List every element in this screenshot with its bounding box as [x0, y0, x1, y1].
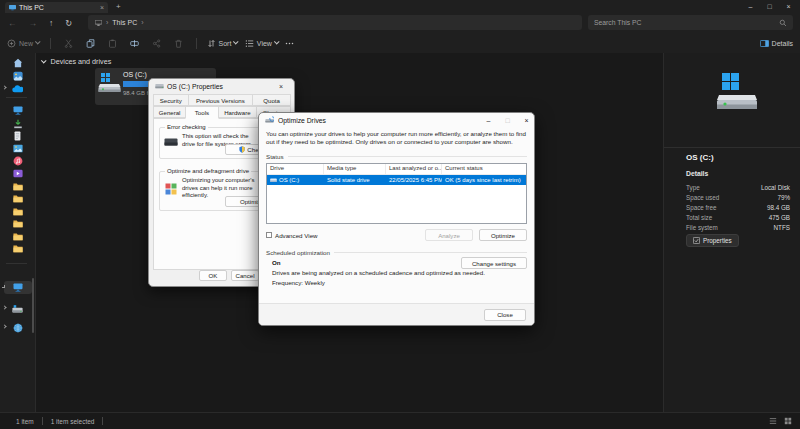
- tab-previous-versions[interactable]: Previous Versions: [188, 94, 254, 106]
- dialog-close-button[interactable]: ×: [274, 83, 288, 90]
- cut-button[interactable]: [61, 36, 76, 51]
- document-icon: [13, 131, 22, 141]
- properties-dialog-title: OS (C:) Properties: [167, 83, 271, 90]
- sidebar-scrollbar[interactable]: [32, 278, 34, 333]
- folder-icon: [13, 182, 23, 191]
- sidebar-item-onedrive[interactable]: [0, 83, 35, 94]
- properties-button[interactable]: Properties: [686, 234, 739, 247]
- details-toggle-button[interactable]: Details: [760, 33, 793, 53]
- forward-button[interactable]: →: [29, 18, 38, 28]
- column-header-drive[interactable]: Drive: [267, 164, 324, 174]
- sidebar-folder-5[interactable]: [0, 231, 35, 242]
- detail-value: NTFS: [774, 224, 790, 231]
- sidebar-item-music[interactable]: [0, 155, 35, 166]
- sidebar-folder-3[interactable]: [0, 206, 35, 217]
- paste-button[interactable]: [105, 36, 120, 51]
- rename-button[interactable]: [127, 36, 142, 51]
- sidebar-item-home[interactable]: [0, 57, 35, 68]
- minimize-button[interactable]: –: [741, 0, 760, 13]
- explorer-tab[interactable]: This PC ×: [5, 2, 108, 13]
- sidebar-item-documents[interactable]: [0, 130, 35, 141]
- ok-button[interactable]: OK: [199, 270, 227, 281]
- tab-hardware[interactable]: Hardware: [218, 106, 258, 118]
- dialog-minimize-button[interactable]: –: [481, 113, 496, 128]
- refresh-button[interactable]: ↻: [65, 18, 72, 28]
- new-button[interactable]: New: [7, 39, 40, 48]
- devices-drives-header[interactable]: Devices and drives: [42, 57, 111, 66]
- optimize-button[interactable]: Optimize: [479, 229, 527, 241]
- search-input[interactable]: [594, 19, 779, 26]
- breadcrumb-item-this-pc[interactable]: This PC: [112, 19, 137, 26]
- optimize-dialog-titlebar[interactable]: Optimize Drives – □ ×: [259, 113, 534, 128]
- sidebar-folder-1[interactable]: [0, 181, 35, 192]
- column-header-media-type[interactable]: Media type: [324, 164, 386, 174]
- chevron-right-icon: ›: [141, 19, 143, 26]
- list-view-icon[interactable]: [769, 417, 777, 425]
- sort-button-label: Sort: [219, 40, 232, 47]
- new-tab-button[interactable]: +: [116, 1, 121, 12]
- scheduled-frequency: Frequency: Weekly: [272, 279, 527, 286]
- maximize-button[interactable]: □: [760, 0, 779, 13]
- sidebar-folder-2[interactable]: [0, 193, 35, 204]
- delete-button[interactable]: [171, 36, 186, 51]
- sidebar-item-gallery[interactable]: [0, 70, 35, 81]
- column-header-current-status[interactable]: Current status: [442, 164, 526, 174]
- navigation-bar: ← → ↑ ↻ › This PC ›: [0, 13, 800, 33]
- back-button[interactable]: ←: [8, 18, 17, 28]
- desktop: This PC × + – □ × ← → ↑ ↻ › This PC ›: [0, 0, 800, 429]
- folder-icon: [13, 207, 23, 216]
- view-button[interactable]: View: [245, 39, 279, 48]
- tab-general[interactable]: General: [153, 106, 186, 118]
- sort-button[interactable]: Sort: [207, 39, 238, 48]
- detail-label: Space used: [686, 194, 719, 201]
- cancel-button[interactable]: Cancel: [231, 270, 259, 281]
- search-box[interactable]: [588, 15, 793, 30]
- column-header-last-analyzed[interactable]: Last analyzed or o...: [386, 164, 442, 174]
- ok-button-label: OK: [209, 272, 218, 279]
- change-settings-button[interactable]: Change settings: [461, 257, 527, 269]
- tab-tools[interactable]: Tools: [185, 106, 218, 119]
- cell-current-status: OK (5 days since last retrim): [442, 177, 526, 183]
- optimize-dialog-description: You can optimize your drives to help you…: [266, 130, 527, 146]
- sidebar-item-local-disk[interactable]: [0, 303, 35, 314]
- sidebar-folder-4[interactable]: [0, 218, 35, 229]
- dialog-maximize-button[interactable]: □: [500, 113, 515, 128]
- folder-icon: [13, 244, 23, 253]
- advanced-view-checkbox[interactable]: [266, 232, 272, 238]
- detail-value: 79%: [777, 194, 790, 201]
- folder-icon: [13, 232, 23, 241]
- breadcrumb[interactable]: › This PC ›: [88, 15, 582, 30]
- sidebar-item-videos[interactable]: [0, 168, 35, 179]
- chevron-right-icon: [2, 85, 6, 89]
- sidebar-folder-6[interactable]: [0, 243, 35, 254]
- plus-circle-icon: [7, 39, 16, 48]
- close-dialog-button[interactable]: Close: [484, 309, 526, 321]
- up-button[interactable]: ↑: [49, 18, 53, 28]
- more-options-button[interactable]: [285, 39, 294, 48]
- sidebar-item-desktop[interactable]: [0, 105, 35, 116]
- close-button[interactable]: ×: [779, 0, 798, 13]
- devices-drives-label: Devices and drives: [51, 57, 112, 66]
- this-pc-icon: [13, 283, 23, 292]
- drive-row-os-c-selected[interactable]: OS (C:) Solid state drive 22/05/2025 6:4…: [267, 175, 526, 185]
- tab-close-icon[interactable]: ×: [100, 3, 104, 12]
- tab-quota[interactable]: Quota: [252, 94, 291, 106]
- sidebar-item-downloads[interactable]: [0, 118, 35, 129]
- large-icons-view-icon[interactable]: [784, 417, 792, 425]
- sidebar-item-network[interactable]: [0, 322, 35, 333]
- copy-button[interactable]: [83, 36, 98, 51]
- detail-value: 98.4 GB: [767, 204, 790, 211]
- sidebar-separator: [6, 263, 27, 264]
- selection-count: 1 item selected: [51, 418, 95, 425]
- tab-security[interactable]: Security: [153, 94, 189, 106]
- share-button[interactable]: [149, 36, 164, 51]
- details-row-total-size: Total size 475 GB: [686, 212, 790, 222]
- properties-dialog-titlebar[interactable]: OS (C:) Properties ×: [149, 79, 294, 93]
- dialog-close-button[interactable]: ×: [519, 113, 534, 128]
- sidebar-item-pictures[interactable]: [0, 143, 35, 154]
- sidebar-item-this-pc[interactable]: [0, 282, 35, 293]
- analyze-button[interactable]: Analyze: [425, 229, 473, 241]
- detail-label: Space free: [686, 204, 716, 211]
- tab-title: This PC: [19, 4, 97, 11]
- cell-drive-text: OS (C:): [279, 177, 299, 183]
